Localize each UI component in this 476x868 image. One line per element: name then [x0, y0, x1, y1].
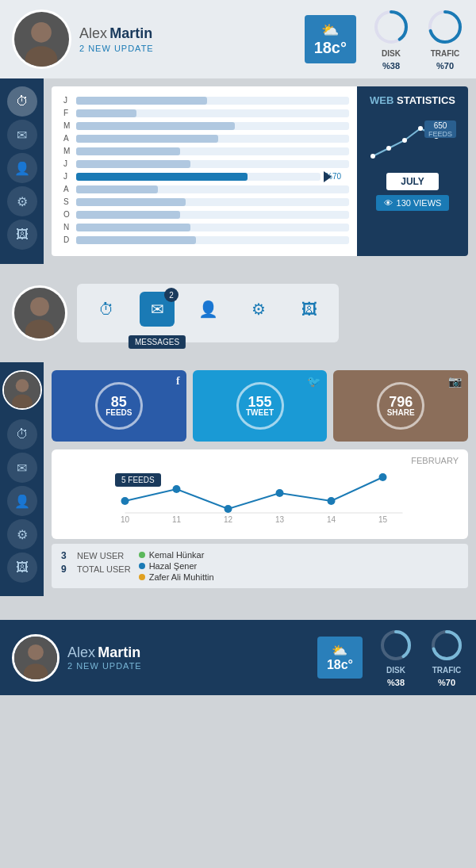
svg-point-25: [225, 505, 232, 513]
feeds-tooltip: 5 FEEDS: [115, 473, 161, 487]
footer-weather-box: ⛅ 18c°: [317, 637, 363, 679]
dot-icon: [139, 563, 145, 569]
user-name-1: Kemal Hünkar: [149, 550, 205, 560]
svg-point-8: [386, 146, 391, 151]
footer-avatar: [12, 634, 60, 682]
weather-icon: ⛅: [314, 21, 347, 39]
user-name-3: Zafer Ali Muhittin: [149, 572, 214, 582]
svg-point-23: [121, 497, 129, 505]
views-label: 130 VIEWS: [397, 198, 442, 208]
stats-title: WEB STATISTICS: [370, 94, 455, 106]
sidebar-item-image[interactable]: 🖼: [7, 220, 37, 250]
header-last-name: Martin: [109, 25, 152, 41]
footer-last-name: Martin: [98, 644, 140, 660]
svg-point-28: [379, 473, 387, 481]
sidebar-item-settings[interactable]: ⚙: [7, 186, 37, 216]
header-card: Alex Martin 2 NEW UPDATE ⛅ 18c° DISK %38…: [0, 0, 476, 78]
svg-text:650: 650: [434, 121, 447, 130]
social-content: f 85 FEEDS 🐦 155 TWEET 📷 796 SHARE: [44, 362, 476, 596]
user-list: Kemal Hünkar Hazal Şener Zafer Ali Muhit…: [139, 550, 214, 582]
list-item: Zafer Ali Muhittin: [139, 572, 214, 582]
icon-btn-clock[interactable]: ⏱: [89, 292, 124, 327]
icon-btn-settings[interactable]: ⚙: [241, 292, 276, 327]
new-user-label: NEW USER: [77, 551, 124, 560]
svg-text:14: 14: [327, 515, 336, 524]
web-stats-panel: J F M A M: [52, 86, 468, 256]
header-weather-box: ⛅ 18c°: [305, 15, 356, 63]
header-subtitle: 2 NEW UPDATE: [79, 44, 297, 53]
facebook-stat: 85 FEEDS: [95, 382, 143, 430]
footer-subtitle: 2 NEW UPDATE: [67, 661, 309, 671]
dot-icon: [139, 552, 145, 558]
twitter-icon: 🐦: [307, 375, 321, 388]
social-sidebar-settings[interactable]: ⚙: [7, 519, 37, 549]
social-sidebar-mail[interactable]: ✉: [7, 453, 37, 483]
social-sidebar-clock[interactable]: ⏱: [7, 419, 37, 449]
sidebar-item-user[interactable]: 👤: [7, 153, 37, 183]
bar-row-m1: M: [63, 121, 349, 130]
total-user-row: 9 TOTAL USER: [61, 564, 131, 575]
bar-row-a2: A: [63, 185, 349, 193]
svg-text:10: 10: [121, 515, 130, 524]
dot-icon: [139, 574, 145, 580]
bar-row-d: D: [63, 235, 349, 244]
twitter-count: 155: [248, 395, 271, 409]
sidebar: ⏱ ✉ 👤 ⚙ 🖼: [0, 78, 44, 264]
icon-btn-mail[interactable]: ✉ 2 MESSAGES: [140, 292, 175, 327]
weather-temp: 18c°: [314, 39, 347, 57]
user-stats: 3 NEW USER 9 TOTAL USER: [61, 550, 131, 575]
trafic-stat: TRAFIC %70: [426, 8, 464, 71]
main-layout: ⏱ ✉ 👤 ⚙ 🖼 J F M A: [0, 78, 476, 264]
trafic-value: %70: [436, 61, 454, 71]
svg-point-24: [173, 485, 181, 493]
mini-line-chart: 650 FEEDS: [365, 113, 460, 168]
footer-trafic-stat: TRAFIC %70: [429, 628, 464, 687]
bar-row-n: N: [63, 223, 349, 231]
sidebar-item-clock[interactable]: ⏱: [7, 86, 37, 117]
new-user-row: 3 NEW USER: [61, 550, 131, 561]
facebook-icon: f: [176, 375, 180, 388]
svg-point-27: [328, 497, 336, 505]
svg-text:12: 12: [224, 515, 233, 524]
bar-row-o: O: [63, 210, 349, 219]
svg-point-9: [402, 138, 407, 143]
footer-weather-temp: 18c°: [327, 658, 353, 672]
instagram-stat: 796 SHARE: [377, 382, 424, 430]
footer-trafic-value: %70: [438, 678, 455, 687]
list-item: Kemal Hünkar: [139, 550, 214, 560]
footer-first-name: Alex: [67, 644, 95, 660]
bar-chart-area: J F M A M: [52, 86, 357, 256]
social-sidebar-image[interactable]: 🖼: [7, 553, 37, 583]
icon-bar: ⏱ ✉ 2 MESSAGES 👤 ⚙ 🖼: [77, 284, 339, 342]
social-sidebar-user[interactable]: 👤: [7, 486, 37, 516]
icon-bar-avatar: [12, 285, 67, 341]
facebook-unit: FEEDS: [106, 409, 132, 417]
header-name-block: Alex Martin 2 NEW UPDATE: [79, 25, 297, 53]
header-first-name: Alex: [79, 25, 107, 41]
bar-row-a1: A: [63, 134, 349, 143]
svg-point-20: [15, 379, 29, 392]
bar-row-j1: J: [63, 96, 349, 105]
instagram-icon: 📷: [448, 375, 462, 388]
header-avatar: [12, 10, 71, 69]
twitter-card: 🐦 155 TWEET: [193, 370, 328, 442]
icon-btn-user[interactable]: 👤: [190, 292, 225, 327]
month-button[interactable]: JULY: [386, 173, 439, 190]
icon-btn-image[interactable]: 🖼: [292, 292, 327, 327]
stats-right-panel: WEB STATISTICS 650 FEEDS JULY: [357, 86, 468, 256]
total-user-count: 9: [61, 564, 73, 575]
new-user-count: 3: [61, 550, 73, 561]
mail-badge: 2: [164, 288, 178, 302]
bar-row-f: F: [63, 109, 349, 117]
bar-row-j2: J: [63, 159, 349, 168]
sidebar-item-mail[interactable]: ✉: [7, 120, 37, 150]
icon-bar-section: ⏱ ✉ 2 MESSAGES 👤 ⚙ 🖼: [0, 276, 476, 350]
svg-point-10: [418, 126, 423, 131]
bar-row-m2: M: [63, 147, 349, 155]
footer-disk-value: %38: [387, 678, 405, 687]
total-user-label: TOTAL USER: [77, 564, 131, 574]
instagram-count: 796: [389, 395, 413, 409]
instagram-card: 📷 796 SHARE: [333, 370, 468, 442]
content-area: J F M A M: [44, 78, 476, 264]
svg-text:13: 13: [275, 515, 285, 524]
